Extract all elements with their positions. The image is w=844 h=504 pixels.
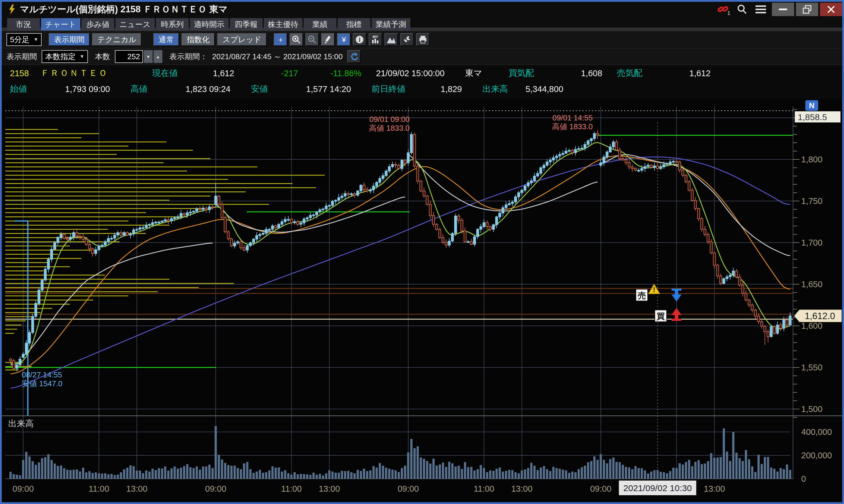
volume-profile-bar <box>5 266 70 267</box>
volume-profile-bar <box>5 295 128 296</box>
tab-9[interactable]: 指標 <box>338 18 371 31</box>
chevron-down-icon: ▼ <box>80 54 84 59</box>
bid-label: 買気配 <box>509 67 534 79</box>
tab-bar: 市況チャート歩み値ニュース時系列適時開示四季報株主優待業績指標業績予測 <box>2 17 842 31</box>
indexed-button[interactable]: 指数化 <box>181 33 215 46</box>
volume-profile-bar <box>5 208 204 209</box>
spread-button[interactable]: スプレッド <box>217 33 267 46</box>
current-price-tag: 1,612.0 <box>805 311 835 321</box>
price-change-pct: -11.86% <box>330 69 361 78</box>
link-count: 1 <box>728 10 730 16</box>
volume-axis-label: 200,000 <box>801 451 832 460</box>
reload-button[interactable] <box>347 50 361 63</box>
range-value: 2021/08/27 14:45 ～ 2021/09/02 15:00 <box>212 52 343 62</box>
volume-profile-bar <box>5 246 70 247</box>
volume-profile-bar <box>5 225 169 226</box>
tab-1[interactable]: チャート <box>41 18 80 31</box>
tab-6[interactable]: 四季報 <box>230 18 263 31</box>
volume-profile-bar <box>5 191 246 192</box>
volume-profile-bar <box>5 162 163 163</box>
yen-button[interactable]: ¥ <box>337 33 351 46</box>
tab-4[interactable]: 時系列 <box>156 18 189 31</box>
minimize-button[interactable] <box>772 3 794 16</box>
chevron-down-icon: ▼ <box>33 37 38 42</box>
tab-0[interactable]: 市況 <box>7 18 40 31</box>
high-label: 高値 <box>130 83 147 95</box>
volume-profile-bar <box>5 283 234 284</box>
count-up-stepper[interactable]: ▲ <box>154 50 162 63</box>
count-down-stepper[interactable]: ▼ <box>144 50 153 63</box>
market-name: 東マ <box>465 67 482 79</box>
range-label: 表示期間： <box>169 52 208 62</box>
mountain-chart-button[interactable] <box>384 33 398 46</box>
bid-price: 1,608 <box>581 69 603 78</box>
volume-profile-bar <box>5 158 211 159</box>
link-icon[interactable]: 1 <box>714 2 733 17</box>
volume-profile-bar <box>5 154 116 155</box>
volume-profile-bar <box>5 187 316 188</box>
title-bar: マルチツール(個別銘柄) 2158 ＦＲＯＮＴＥＯ 東マ 1 <box>2 2 842 17</box>
bar-count-input[interactable]: 252 <box>115 50 143 63</box>
timeframe-select[interactable]: 5分足▼ <box>6 33 42 46</box>
volume-pane-title: 出来高 <box>8 419 34 428</box>
search-icon[interactable] <box>733 2 751 17</box>
zoom-out-button[interactable] <box>305 33 319 46</box>
tab-3[interactable]: ニュース <box>115 18 155 31</box>
tab-7[interactable]: 株主優待 <box>264 18 302 31</box>
app-window: マルチツール(個別銘柄) 2158 ＦＲＯＮＴＥＯ 東マ 1 <box>0 0 844 504</box>
period-mode-select[interactable]: 本数指定▼ <box>42 50 88 63</box>
my-chart-button[interactable]: MY <box>369 33 382 46</box>
ask-label: 売気配 <box>617 67 642 79</box>
close-button[interactable] <box>820 3 842 16</box>
price-axis-label: 1,750 <box>801 196 823 206</box>
price-label: 現在値 <box>152 67 178 79</box>
menu-icon[interactable] <box>751 2 770 17</box>
volume-profile-bar <box>5 370 18 371</box>
info-button[interactable]: i <box>353 33 366 46</box>
period-label: 表示期間 <box>6 52 37 62</box>
settings-wrench-button[interactable] <box>400 33 414 46</box>
anno-low-0827: 安値 1547.0 <box>22 379 62 388</box>
volume-label: 出来高 <box>482 83 508 95</box>
volume-profile-bar <box>5 300 93 300</box>
prev-close-value: 1,829 <box>441 84 462 94</box>
tab-8[interactable]: 業績 <box>304 18 337 31</box>
tab-10[interactable]: 業績予測 <box>372 18 410 31</box>
price-axis-label: 1,600 <box>801 321 823 330</box>
crosshair-button[interactable]: ＋ <box>274 33 287 46</box>
prev-close-label: 前日終値 <box>372 83 406 95</box>
stock-name: ＦＲＯＮＴＥＯ <box>41 67 108 79</box>
time-axis-label: 11:00 <box>281 484 302 493</box>
print-button[interactable] <box>416 33 430 46</box>
time-axis-label: 09:00 <box>205 484 227 493</box>
tab-5[interactable]: 適時開示 <box>190 18 229 31</box>
normal-chart-button[interactable]: 通常 <box>153 33 179 46</box>
draw-pencil-button[interactable] <box>321 33 335 46</box>
technical-button[interactable]: テクニカル <box>92 33 142 46</box>
window-title: マルチツール(個別銘柄) 2158 ＦＲＯＮＴＥＯ 東マ <box>20 3 228 16</box>
volume-profile-bar <box>5 229 108 230</box>
restore-button[interactable] <box>796 3 818 16</box>
price-axis-label: 1,500 <box>801 404 823 414</box>
volume-profile-bar <box>5 241 120 242</box>
time-tooltip: 2021/09/02 10:30 <box>623 483 692 493</box>
time-axis-label: 11:00 <box>89 484 109 493</box>
chart-area[interactable]: 出来高1,8501,8001,7501,7001,6501,6001,5501,… <box>2 99 842 502</box>
high-value: 1,823 09:24 <box>185 84 230 94</box>
volume-profile-bar <box>5 320 26 321</box>
volume-axis-label: 0 <box>801 474 806 484</box>
current-price: 1,612 <box>213 69 234 78</box>
tab-2[interactable]: 歩み値 <box>82 18 114 31</box>
stock-code: 2158 <box>10 69 29 78</box>
volume-profile-bar <box>5 216 187 217</box>
display-period-button[interactable]: 表示期間 <box>49 33 90 46</box>
zoom-in-button[interactable] <box>289 33 303 46</box>
time-axis-label: 13:00 <box>319 484 340 493</box>
volume-profile-bar <box>5 133 99 134</box>
volume-profile-bar <box>5 274 105 275</box>
volume-profile-bar <box>5 304 70 305</box>
volume-axis-label: 400,000 <box>801 427 832 437</box>
app-lightning-icon <box>8 4 16 14</box>
news-badge-glyph: N <box>809 101 815 110</box>
price-axis-label: 1,550 <box>801 363 823 372</box>
